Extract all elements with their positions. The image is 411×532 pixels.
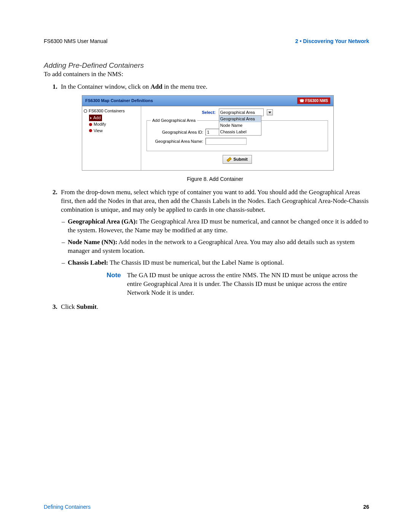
- footer-left: Defining Containers: [44, 504, 91, 510]
- combo-value: Geographical Area: [220, 110, 255, 115]
- geo-id-label: Geographical Area ID:: [151, 129, 203, 135]
- root-icon: [84, 109, 87, 113]
- page-header: FS6300 NMS User Manual 2 • Discovering Y…: [44, 38, 369, 44]
- submit-button[interactable]: Submit: [223, 155, 252, 164]
- tree-item-label: Modify: [94, 121, 106, 127]
- footer-page-number: 26: [363, 504, 369, 510]
- bullet-cl-bold: Chassis Label:: [68, 259, 108, 266]
- step3-suffix: .: [97, 303, 98, 310]
- dropdown-option[interactable]: Chassis Label: [219, 129, 261, 135]
- tree-item-label: View: [94, 128, 103, 134]
- pencil-icon: [227, 157, 231, 162]
- dropdown-option[interactable]: Node Name: [219, 122, 261, 129]
- step-3: Click Submit.: [59, 303, 369, 312]
- figure-caption: Figure 8. Add Container: [61, 176, 369, 183]
- step1-suffix: in the menu tree.: [162, 83, 208, 90]
- note-block: Note The GA ID must be unique across the…: [107, 271, 369, 297]
- chevron-down-icon: [268, 112, 271, 113]
- bullet-icon: [89, 123, 92, 126]
- tree-item-modify[interactable]: Modify: [89, 121, 139, 128]
- bullet-nn-bold: Node Name (NN):: [68, 238, 117, 246]
- type-combobox[interactable]: Geographical Area: [219, 109, 264, 116]
- bullet-icon: [89, 129, 92, 132]
- section-title: Adding Pre-Defined Containers: [44, 61, 369, 70]
- bullet-nn: Node Name (NN): Add nodes in the network…: [68, 238, 369, 256]
- window-titlebar: FS6300 Map Container Definitions ☎ FS630…: [82, 96, 333, 107]
- nms-badge: ☎ FS6300 NMS: [297, 97, 330, 104]
- step3-bold: Submit: [76, 303, 97, 310]
- window-title: FS6300 Map Container Definitions: [85, 98, 153, 104]
- dropdown-option[interactable]: Geographical Area: [219, 116, 261, 122]
- tree-root[interactable]: FS6300 Containers: [84, 108, 139, 114]
- step1-bold: Add: [150, 83, 162, 90]
- combo-arrow-button[interactable]: [267, 109, 273, 115]
- bullet-ga-bold: Geographical Area (GA):: [68, 218, 138, 225]
- tree-item-label: Add: [93, 115, 101, 121]
- step-1: In the Container window, click on Add in…: [59, 83, 369, 183]
- type-dropdown: Geographical Area Node Name Chassis Labe…: [219, 115, 261, 136]
- arrow-icon: [90, 117, 92, 119]
- tree-item-add[interactable]: Add: [89, 115, 102, 121]
- tree-item-view[interactable]: View: [89, 128, 139, 134]
- header-left: FS6300 NMS User Manual: [44, 38, 107, 44]
- step1-prefix: In the Container window, click on: [61, 83, 150, 90]
- geo-name-input[interactable]: [206, 138, 247, 145]
- fieldset-legend: Add Geographical Area: [151, 118, 197, 123]
- submit-label: Submit: [233, 157, 247, 162]
- page-footer: Defining Containers 26: [44, 504, 369, 510]
- note-text: The GA ID must be unique across the enti…: [127, 271, 369, 297]
- screenshot-window: FS6300 Map Container Definitions ☎ FS630…: [82, 95, 334, 171]
- geo-name-label: Geographical Area Name:: [151, 139, 203, 144]
- step3-prefix: Click: [61, 303, 76, 310]
- intro-text: To add containers in the NMS:: [44, 70, 369, 78]
- tree-panel: FS6300 Containers Add Modify: [82, 106, 141, 170]
- step-2: From the drop-down menu, select which ty…: [59, 188, 369, 297]
- tree-root-label: FS6300 Containers: [89, 108, 125, 114]
- select-label: Select:: [202, 110, 215, 115]
- form-panel: Select: Geographical Area Geographical A…: [141, 106, 333, 170]
- header-right: 2 • Discovering Your Network: [295, 38, 369, 44]
- note-label: Note: [107, 271, 121, 297]
- bullet-ga: Geographical Area (GA): The Geographical…: [68, 217, 369, 235]
- bullet-cl-text: The Chassis ID must be numerical, but th…: [108, 259, 284, 266]
- step2-text: From the drop-down menu, select which ty…: [61, 189, 369, 213]
- bullet-cl: Chassis Label: The Chassis ID must be nu…: [68, 259, 369, 267]
